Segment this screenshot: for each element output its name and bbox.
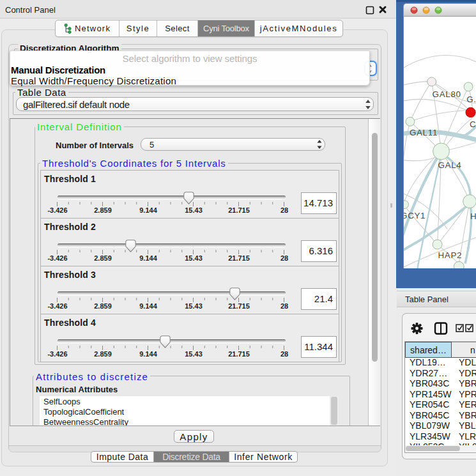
svg-text:H: H xyxy=(470,211,476,221)
svg-text:HAP2: HAP2 xyxy=(438,250,463,260)
svg-text:GAL80: GAL80 xyxy=(433,89,461,99)
svg-text:C: C xyxy=(470,119,476,129)
svg-text:GAL4: GAL4 xyxy=(438,160,462,170)
svg-text:GAL11: GAL11 xyxy=(410,128,438,137)
svg-text:GCY1: GCY1 xyxy=(403,211,426,220)
svg-text:G.: G. xyxy=(466,95,476,104)
